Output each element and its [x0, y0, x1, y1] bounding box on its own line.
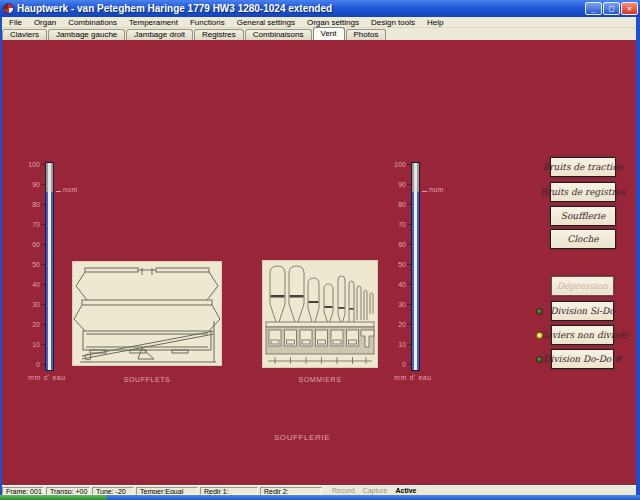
button-cloche[interactable]: Cloche	[550, 229, 616, 249]
wind-pressure-meter-right: 1009080706050403020100nommm d' eau	[392, 161, 462, 389]
meter-tick-label: 70	[26, 221, 40, 229]
soufflets-caption: SOUFFLETS	[72, 376, 222, 383]
button-bruits-de-registres[interactable]: Bruits de registres	[550, 182, 616, 202]
meter-tick-label: 50	[392, 261, 406, 269]
meter-unit-label: mm d' eau	[28, 374, 66, 381]
meter-tick-label: 30	[392, 301, 406, 309]
meter-tube	[45, 162, 54, 371]
meter-tick-label: 10	[26, 341, 40, 349]
meter-tick-label: 100	[26, 161, 40, 169]
button-claviers-non-divis-s[interactable]: Claviers non divisés	[551, 325, 614, 345]
minimize-icon[interactable]: _	[585, 2, 602, 15]
tab-jambage-gauche[interactable]: Jambage gauche	[48, 29, 125, 40]
meter-tick-label: 50	[26, 261, 40, 269]
window-controls: _□✕	[584, 2, 638, 15]
meter-nom-label: nom	[63, 186, 78, 193]
status-bar: Frame: 001Transp: +00Tune: -20Temper:Equ…	[0, 485, 640, 495]
status-capture-label: Capture	[363, 487, 388, 494]
meter-tick-label: 30	[26, 301, 40, 309]
menu-item-temperament[interactable]: Temperament	[123, 18, 184, 27]
menu-item-organ[interactable]: Organ	[28, 18, 62, 27]
close-icon[interactable]: ✕	[621, 2, 638, 15]
status-panel-redir-1: Redir 1:	[200, 487, 258, 495]
meter-tick-label: 40	[392, 281, 406, 289]
tab-photos[interactable]: Photos	[346, 29, 387, 40]
bellows-drawing	[72, 261, 222, 366]
meter-nom-label: nom	[429, 186, 444, 193]
window-border-left	[0, 17, 2, 500]
meter-tick-label: 20	[392, 321, 406, 329]
meter-tick-label: 60	[392, 241, 406, 249]
tab-bar: ClaviersJambage gaucheJambage droitRegis…	[0, 28, 640, 40]
button-division-si-do[interactable]: Division Si-Do	[551, 301, 614, 321]
indicator-claviers-non-divis-s	[536, 332, 543, 339]
page-title: SOUFFLERIE	[240, 433, 364, 442]
window-border-right	[636, 17, 640, 500]
tab-registres[interactable]: Registres	[194, 29, 244, 40]
meter-tick-label: 80	[392, 201, 406, 209]
meter-tick-label: 40	[26, 281, 40, 289]
window-title: Hauptwerk - van Peteghem Haringe 1779 HW…	[17, 3, 584, 14]
meter-tick-label: 80	[26, 201, 40, 209]
status-active-label: Active	[395, 487, 416, 494]
status-panel-tune: Tune: -20	[92, 487, 134, 495]
menu-item-organ-settings[interactable]: Organ settings	[301, 18, 365, 27]
meter-tick-label: 60	[26, 241, 40, 249]
meter-tick-label: 0	[392, 361, 406, 369]
menu-item-file[interactable]: File	[3, 18, 28, 27]
meter-tube	[411, 162, 420, 371]
titlebar: Hauptwerk - van Peteghem Haringe 1779 HW…	[0, 0, 640, 17]
status-panel-transp: Transp: +00	[46, 487, 90, 495]
menu-item-combinations[interactable]: Combinations	[62, 18, 123, 27]
menu-item-functions[interactable]: Functions	[184, 18, 231, 27]
windchest-drawing	[262, 260, 378, 368]
indicator-division-si-do	[536, 308, 543, 315]
soufflets-diagram	[72, 261, 222, 366]
button-bruits-de-traction[interactable]: Bruits de traction	[550, 157, 616, 177]
menu-item-general-settings[interactable]: General settings	[231, 18, 301, 27]
button-soufflerie[interactable]: Soufflerie	[550, 206, 616, 226]
meter-tick-label: 90	[26, 181, 40, 189]
menu-item-help[interactable]: Help	[421, 18, 449, 27]
button-d-pression: Dépression	[551, 276, 614, 296]
tab-claviers[interactable]: Claviers	[2, 29, 47, 40]
menu-item-design-tools[interactable]: Design tools	[365, 18, 421, 27]
meter-fill	[46, 192, 53, 370]
meter-nom-mark	[56, 191, 61, 192]
tab-combinaisons[interactable]: Combinaisons	[245, 29, 312, 40]
button-division-do-do[interactable]: Division Do-Do #	[551, 349, 614, 369]
hauptwerk-logo-icon	[3, 3, 14, 14]
tab-jambage-droit[interactable]: Jambage droit	[126, 29, 193, 40]
start-button-fragment[interactable]	[0, 495, 107, 500]
meter-tick-label: 70	[392, 221, 406, 229]
meter-nom-mark	[422, 191, 427, 192]
status-panel-frame: Frame: 001	[2, 487, 44, 495]
hauptwerk-window: Hauptwerk - van Peteghem Haringe 1779 HW…	[0, 0, 640, 500]
meter-tick-label: 90	[392, 181, 406, 189]
meter-tick-label: 0	[26, 361, 40, 369]
meter-tick-label: 10	[392, 341, 406, 349]
maximize-icon[interactable]: □	[603, 2, 620, 15]
status-panel-redir-2: Redir 2:	[260, 487, 322, 495]
meter-tick-label: 100	[392, 161, 406, 169]
meter-fill	[412, 192, 419, 370]
status-record-label: Record	[332, 487, 355, 494]
status-panel-temper: Temper:Equal	[136, 487, 198, 495]
meter-tick-label: 20	[26, 321, 40, 329]
tab-vent[interactable]: Vent	[313, 27, 345, 40]
sommiers-diagram	[262, 260, 378, 368]
indicator-division-do-do	[536, 356, 543, 363]
sommiers-caption: SOMMIERS	[262, 376, 378, 383]
meter-unit-label: mm d' eau	[394, 374, 432, 381]
